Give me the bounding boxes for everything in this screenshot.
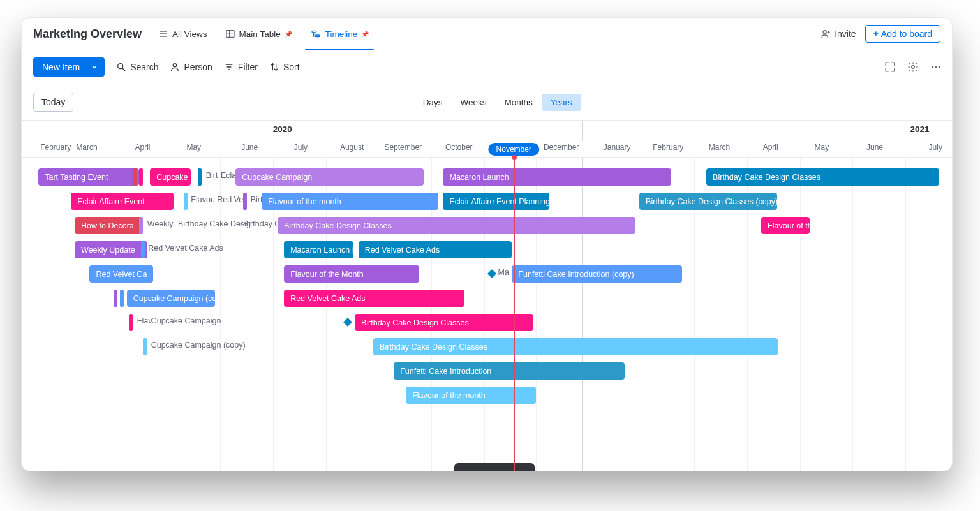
person-button[interactable]: Person [170,62,212,72]
timeline-overflow-label[interactable]: Cupcake Campaign (copy) [151,341,246,350]
sort-button[interactable]: Sort [269,62,300,72]
month-label: May [815,143,829,152]
scale-weeks[interactable]: Weeks [451,94,495,111]
timeline-bar-slim[interactable] [243,193,247,210]
timeline-bar-slim[interactable] [141,241,145,258]
timeline-overflow-label[interactable]: Flavou [191,195,215,204]
month-label: December [544,143,579,152]
timeline-bar[interactable]: Cupcake [150,168,191,186]
timeline-bar[interactable]: Red Velvet Ca [89,265,152,283]
timeline-overflow-label[interactable]: Flav [137,316,152,325]
timeline-overflow-label[interactable]: Birt [251,195,263,204]
timeline-bar-slim[interactable] [143,338,147,355]
timeline-overflow-label[interactable]: Weekly [147,219,174,228]
chevron-down-icon[interactable] [85,63,98,71]
timeline-bar[interactable]: Cupcake Campaign (copy [127,290,216,307]
new-item-button[interactable]: New Item [33,57,105,77]
svg-point-9 [823,31,826,34]
timeline-bar[interactable]: Birthday Cake Design Classes (copy) [639,193,777,210]
timeline-bar[interactable]: Birthday Cake Design Classes [706,168,939,186]
timeline-bar[interactable]: Cupcake Campaign [235,168,424,186]
fullscreen-button[interactable] [883,60,897,74]
timeline-bar[interactable]: Macaron Launch Pa [284,241,353,258]
add-board-label: Add to board [881,29,932,39]
timeline-overflow-label[interactable]: Red Ve [217,195,243,204]
timeline-bar[interactable]: Birthday Cake Design Classes [373,338,778,355]
timeline-bar-slim[interactable] [114,290,117,307]
settings-button[interactable] [906,60,920,74]
timeline-row: Eclair Affaire EventFlavouRed VeBirtFlav… [22,192,952,211]
add-to-board-button[interactable]: + Add to board [865,25,940,43]
timeline-bar[interactable]: Eclair Affaire Event [71,193,173,210]
svg-point-12 [118,64,123,69]
timeline-bar[interactable]: How to Decora [75,217,142,234]
timeline-bar[interactable]: Funfetti Cake Introduction (copy) [512,265,682,283]
timeline-bar-slim[interactable] [120,290,124,307]
timeline-bar[interactable]: Red Velvet Cake Ads [284,290,464,307]
timeline-row: Funfetti Cake Introduction [22,362,952,380]
timeline-bar-slim[interactable] [198,168,202,186]
more-button[interactable] [929,60,943,74]
pin-icon: 📌 [361,31,369,38]
timeline-overflow-label[interactable]: Ma [498,268,509,277]
timeline-bar[interactable]: Macaron Launch [443,168,671,186]
timeline-bar[interactable]: Flavour of the month [406,387,536,404]
tab-timeline[interactable]: Timeline 📌 [301,18,378,50]
timeline-bar[interactable]: Birthday Cake Design Classes [355,314,533,331]
timeline-overflow-label[interactable]: Cupcake Campaign [151,316,221,325]
svg-line-13 [122,68,125,71]
month-current-pill[interactable]: November [489,143,539,156]
timeline-bar[interactable]: Flavour of the [761,217,810,234]
timeline-bar-slim[interactable] [184,193,188,210]
table-icon [225,29,235,39]
month-header: FebruaryMarchAprilMayJuneJulyAugustSepte… [22,141,952,158]
today-button[interactable]: Today [33,93,73,112]
sort-icon [269,62,279,72]
milestone-diamond[interactable] [343,318,352,327]
tab-main-table[interactable]: Main Table 📌 [216,18,301,50]
svg-rect-3 [226,31,234,38]
timeline-bar[interactable]: Tart Tasting Event [38,168,138,186]
tab-label: All Views [172,29,207,39]
timeline-overflow-label[interactable]: Birthday Cake Desig [178,219,251,228]
search-button[interactable]: Search [116,62,158,72]
timeline-row: Cupcake Campaign (copyRed Velvet Cake Ad… [22,289,952,307]
timeline-overflow-label[interactable]: Red Velvet Cake Ads [148,244,223,253]
timeline-bar-slim[interactable] [139,168,143,186]
timeline[interactable]: 20202021 FebruaryMarchAprilMayJuneJulyAu… [22,120,952,471]
timeline-bar[interactable]: Red Velvet Cake Ads [359,241,512,258]
scale-years[interactable]: Years [542,94,581,111]
month-label: February [40,143,71,152]
timeline-bar-slim[interactable] [129,314,133,331]
timeline-overflow-label[interactable]: Birt [206,171,218,180]
scroll-thumb[interactable] [454,463,535,471]
tab-all-views[interactable]: All Views [149,18,216,50]
milestone-diamond[interactable] [487,269,496,278]
filter-button[interactable]: Filter [224,62,258,72]
scale-days[interactable]: Days [414,94,452,111]
search-label: Search [130,62,158,72]
svg-rect-7 [315,35,319,37]
month-label: April [763,143,778,152]
timeline-bar[interactable]: Eclair Affaire Event Planning [443,193,549,210]
timeline-bar[interactable]: Flavour of the Month [284,265,419,283]
timeline-bar-slim[interactable] [139,217,143,234]
scale-months[interactable]: Months [495,94,541,111]
timeline-bar[interactable]: Flavour of the month [262,193,438,210]
expand-icon [884,61,896,73]
person-label: Person [184,62,212,72]
svg-rect-6 [312,31,316,33]
timeline-bar[interactable]: Birthday Cake Design Classes [278,217,635,234]
timeline-row: Weekly UpdateRed Velvet Cake AdsMacaron … [22,241,952,259]
toolbar: New Item Search Person Filter Sort [22,50,952,84]
timeline-overflow-label[interactable]: Birthday C [243,219,280,228]
timeline-bar[interactable]: Weekly Update [75,241,147,258]
timeline-bar[interactable]: Funfetti Cake Introduction [394,362,625,380]
svg-point-23 [939,66,940,68]
timeline-bar-slim[interactable] [126,168,130,186]
timeline-row: Tart Tasting EventCupcakeBirtEclaiCupcak… [22,168,952,186]
invite-button[interactable]: Invite [820,29,856,39]
timeline-bar-slim[interactable] [133,168,137,186]
timeline-row: Cupcake Campaign (copy)Birthday Cake Des… [22,337,952,356]
board-card: Marketing Overview All Views Main Table … [21,17,953,471]
